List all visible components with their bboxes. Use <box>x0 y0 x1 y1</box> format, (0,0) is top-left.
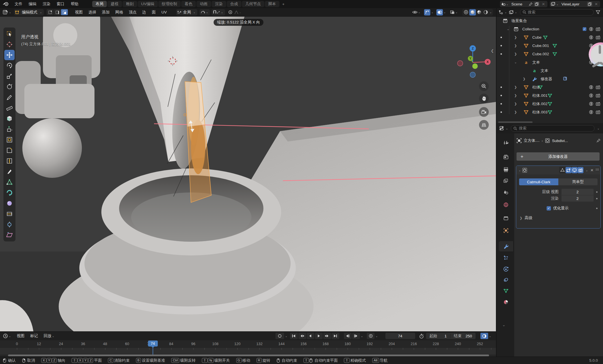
breadcrumb-object[interactable]: 立方体.... <box>524 138 540 143</box>
next-key-button[interactable] <box>323 333 331 339</box>
modifier-expand-icon[interactable]: ⌄ <box>518 169 521 172</box>
hide-viewport-icon[interactable] <box>589 35 593 40</box>
view-sync-button[interactable]: ⌄ <box>480 333 492 339</box>
tool-move-button[interactable] <box>4 50 15 60</box>
expander-chevron-right-icon[interactable]: ❯ <box>523 77 525 81</box>
simple-option[interactable]: 简单型 <box>558 178 598 185</box>
tool-shear-button[interactable] <box>4 230 15 240</box>
edge-select-button[interactable] <box>54 9 61 15</box>
properties-tab-material[interactable] <box>499 297 513 307</box>
hide-viewport-icon[interactable] <box>589 52 593 56</box>
camera-view-button[interactable] <box>479 107 489 117</box>
tool-tweak-button[interactable] <box>4 29 15 39</box>
modifier-cage-toggle[interactable] <box>559 167 565 173</box>
hide-viewport-icon[interactable] <box>589 85 593 89</box>
collection-checkbox[interactable]: ✓ <box>583 27 586 31</box>
disable-render-icon[interactable] <box>596 27 600 31</box>
pin-icon[interactable] <box>529 2 533 6</box>
viewlayer-copy-icon[interactable] <box>587 2 592 7</box>
properties-tabs-overflow-chevron[interactable]: ⌄ <box>502 322 505 327</box>
expander-chevron-right-icon[interactable]: ❯ <box>514 44 517 48</box>
workspace-tab-建模[interactable]: 建模 <box>107 1 122 7</box>
workspace-tab-动画[interactable]: 动画 <box>196 1 211 7</box>
prev-key-button[interactable] <box>298 333 306 339</box>
scene-unlink-icon[interactable]: ✕ <box>541 2 546 6</box>
properties-tab-scene[interactable] <box>499 187 513 198</box>
jump-end-button[interactable] <box>332 333 339 339</box>
tool-bevel-button[interactable] <box>4 145 15 156</box>
play-reverse-button[interactable] <box>307 333 314 339</box>
modifier-realtime-toggle[interactable] <box>572 167 578 173</box>
tool-poly-build-button[interactable] <box>4 177 15 187</box>
timeline-editor-type-button[interactable]: ⌄ <box>3 333 11 339</box>
pin-icon[interactable] <box>596 138 601 143</box>
shading-material-button[interactable] <box>476 9 482 15</box>
tool-annotate-button[interactable] <box>4 92 15 103</box>
xray-toggle[interactable]: ⌄ <box>449 9 459 15</box>
tool-loop-cut-button[interactable] <box>4 156 15 166</box>
mode-selector[interactable]: 编辑模式 ⌄ <box>14 9 44 15</box>
tool-transform-button[interactable] <box>4 82 15 92</box>
workspace-tab-合成[interactable]: 合成 <box>227 1 241 7</box>
workspace-tab-脚本[interactable]: 脚本 <box>265 1 279 7</box>
workspace-tab-UV编辑[interactable]: UV编辑 <box>138 1 158 7</box>
filter-icon[interactable] <box>596 10 600 14</box>
transform-orientation[interactable]: 全局 ⌄ <box>176 9 197 15</box>
properties-tab-world[interactable] <box>499 200 513 210</box>
overlays-toggle[interactable] <box>436 9 443 15</box>
catmull-clark-option[interactable]: Catmull-Clark <box>519 178 558 185</box>
outliner-row-文本-6[interactable]: a文本 <box>496 66 603 75</box>
levels-viewport-field[interactable]: 2 <box>561 189 594 195</box>
timeline-key-strip[interactable] <box>0 348 496 355</box>
tool-spin-button[interactable] <box>4 188 15 198</box>
animate-dot[interactable] <box>596 208 598 209</box>
frame-forward-button[interactable] <box>352 333 360 339</box>
tool-shrink-fatten-button[interactable] <box>4 219 15 230</box>
outliner-row-文本-5[interactable]: ⌄a文本 <box>496 58 603 66</box>
expander-chevron-right-icon[interactable]: ❯ <box>514 102 517 106</box>
viewport-menu-顶点[interactable]: 顶点 <box>126 10 139 15</box>
viewport-canvas[interactable]: Z Y X 缩放: 0.5122 沿全局 X 向 用户透视 (74) 立方体.0… <box>0 17 496 331</box>
workspace-tab-着色[interactable]: 着色 <box>181 1 196 7</box>
properties-tab-render[interactable] <box>499 152 513 162</box>
proportional-falloff-button[interactable]: ⌄ <box>233 9 243 15</box>
menu-帮助[interactable]: 帮助 <box>68 0 82 8</box>
modifier-render-toggle[interactable] <box>578 167 584 173</box>
timeline-ruler[interactable]: 0122436486072849610812013214415616818019… <box>0 340 496 348</box>
jump-start-button[interactable] <box>290 333 298 339</box>
tool-edge-slide-button[interactable] <box>4 209 15 219</box>
outliner-display-mode-button[interactable]: ⌄ <box>509 10 517 14</box>
hide-viewport-icon[interactable] <box>589 27 593 31</box>
scene-copy-icon[interactable] <box>534 2 539 7</box>
end-frame-field[interactable]: 结束 250 <box>450 333 476 339</box>
viewlayer-selector[interactable]: ⌄ ViewLayer ✕ <box>550 1 600 7</box>
add-workspace-button[interactable]: + <box>280 1 287 7</box>
zoom-button[interactable] <box>479 81 489 91</box>
properties-editor-type-button[interactable]: ⌄ <box>499 126 509 131</box>
viewport-menu-选择[interactable]: 选择 <box>86 10 99 15</box>
modifier-extras-chevron[interactable]: ⌄ <box>585 169 588 172</box>
proportional-edit-button[interactable] <box>227 9 233 15</box>
viewport-menu-UV[interactable]: UV <box>159 10 170 14</box>
advanced-section[interactable]: ❯ 高级 <box>520 215 598 221</box>
disable-render-icon[interactable] <box>596 60 600 64</box>
animate-dot[interactable] <box>596 191 598 193</box>
properties-tab-output[interactable] <box>499 164 513 175</box>
workspace-tab-雕刻[interactable]: 雕刻 <box>123 1 137 7</box>
expander-chevron-right-icon[interactable]: ❯ <box>514 36 517 39</box>
expander-chevron-right-icon[interactable]: ❯ <box>514 85 517 89</box>
levels-render-field[interactable]: 2 <box>561 195 594 202</box>
animate-dot[interactable] <box>596 198 598 199</box>
tool-rotate-button[interactable] <box>4 60 15 71</box>
disable-render-icon[interactable] <box>596 36 600 39</box>
tool-extrude-button[interactable] <box>4 124 15 134</box>
modifier-editmode-toggle[interactable] <box>565 167 572 173</box>
viewport-menu-边[interactable]: 边 <box>139 10 149 15</box>
expander-chevron-right-icon[interactable]: ❯ <box>514 110 517 114</box>
vertex-select-button[interactable] <box>47 9 54 15</box>
workspace-tab-几何节点[interactable]: 几何节点 <box>242 1 264 7</box>
breadcrumb-modifier[interactable]: Subdivi... <box>552 139 568 143</box>
outliner-row-柱体.002-10[interactable]: ❯柱体.002 <box>496 100 603 108</box>
viewport-menu-添加[interactable]: 添加 <box>99 10 113 15</box>
tool-measure-button[interactable] <box>4 103 15 113</box>
